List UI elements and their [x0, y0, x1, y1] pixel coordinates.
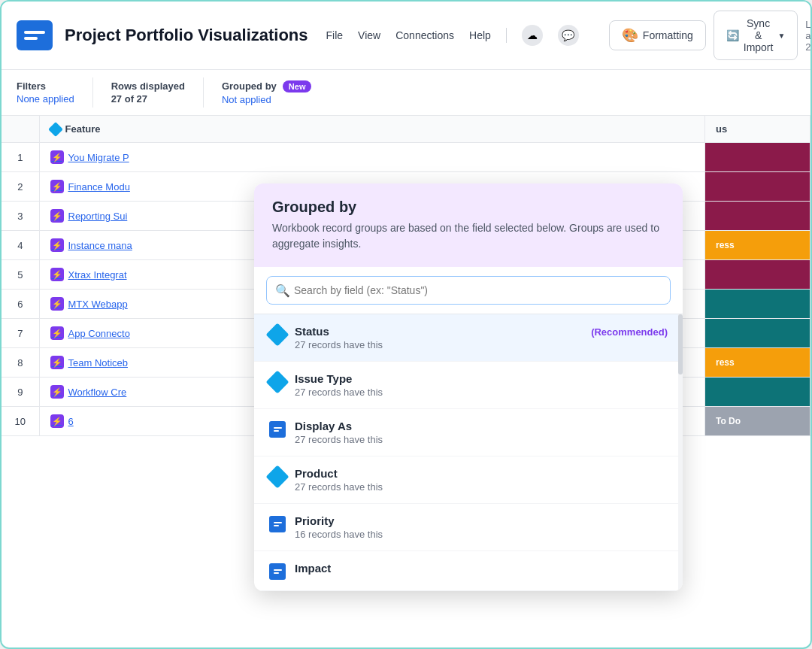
col-header-status: us [705, 116, 810, 143]
nav-connections[interactable]: Connections [395, 29, 454, 41]
scrollbar-thumb[interactable] [678, 314, 683, 375]
row-num-4: 4 [2, 231, 39, 260]
row-status-2 [705, 172, 810, 202]
feature-icon-4: ⚡ [50, 238, 64, 252]
row-num-9: 9 [2, 378, 39, 407]
dropdown-title: Grouped by [272, 199, 665, 216]
row-num-2: 2 [2, 172, 39, 202]
status-field-count: 27 records have this [295, 339, 582, 350]
display-as-field-icon [269, 421, 286, 438]
priority-field-text: Priority 16 records have this [295, 514, 668, 540]
cloud-icon[interactable]: ☁ [522, 25, 543, 46]
issue-type-field-text: Issue Type 27 records have this [295, 372, 668, 398]
formatting-button[interactable]: 🎨 Formatting [609, 20, 706, 50]
row-status-9 [705, 378, 810, 407]
logo-line-long [24, 31, 45, 34]
nav-help[interactable]: Help [469, 29, 491, 41]
row-status-10: To Do [705, 407, 810, 436]
col-header-num [2, 116, 39, 143]
chat-icon[interactable]: 💬 [558, 25, 579, 46]
grouped-label: Grouped by [222, 80, 277, 92]
row-num-6: 6 [2, 290, 39, 319]
row-feature-1: ⚡ You Migrate P [39, 143, 705, 172]
row-status-4: ress [705, 231, 810, 260]
toolbar: Filters None applied Rows displayed 27 o… [2, 70, 810, 116]
row-num-5: 5 [2, 260, 39, 290]
rows-label: Rows displayed [111, 80, 185, 92]
row-status-6 [705, 290, 810, 319]
col-feature-label: Feature [65, 123, 101, 135]
dropdown-item-display-as[interactable]: Display As 27 records have this [254, 409, 683, 456]
table-container: Feature us 1 ⚡ You Migrate P [2, 116, 810, 647]
feature-header-icon [48, 122, 63, 137]
sync-import-button[interactable]: 🔄 Sync & Import ▼ [714, 11, 798, 60]
impact-field-icon [269, 563, 286, 580]
row-num-8: 8 [2, 348, 39, 378]
issue-type-field-count: 27 records have this [295, 387, 668, 398]
feature-icon-1: ⚡ [50, 150, 64, 164]
dropdown-field-list: Status 27 records have this (Recommended… [254, 314, 683, 591]
scrollbar-track [678, 314, 683, 591]
dropdown-item-issue-type[interactable]: Issue Type 27 records have this [254, 362, 683, 409]
toolbar-divider-2 [203, 77, 204, 108]
feature-icon-2: ⚡ [50, 180, 64, 193]
display-as-field-name: Display As [295, 420, 668, 432]
app-title: Project Portfolio Visualizations [65, 26, 308, 45]
nav-view[interactable]: View [358, 29, 380, 41]
dropdown-item-priority[interactable]: Priority 16 records have this [254, 504, 683, 551]
search-input-wrap: 🔍 [266, 276, 671, 305]
row-status-3 [705, 202, 810, 231]
table-row: 1 ⚡ You Migrate P [2, 143, 810, 172]
feature-link-1[interactable]: ⚡ You Migrate P [50, 150, 695, 164]
dropdown-item-impact[interactable]: Impact [254, 551, 683, 591]
logo-line-short [24, 37, 38, 40]
sync-icon: 🔄 [726, 29, 739, 41]
sync-label: Sync & Import [744, 17, 774, 53]
row-num-10: 10 [2, 407, 39, 436]
filters-section: Filters None applied [17, 80, 92, 105]
status-recommended-label: (Recommended) [591, 326, 668, 338]
formatting-icon: 🎨 [622, 27, 638, 44]
issue-type-field-name: Issue Type [295, 372, 668, 385]
impact-field-text: Impact [295, 562, 668, 576]
dropdown-item-product[interactable]: Product 27 records have this [254, 456, 683, 504]
feature-icon-3: ⚡ [50, 209, 64, 223]
priority-field-name: Priority [295, 514, 668, 527]
last-activity: Last activity: 23 [805, 19, 812, 53]
nav-file[interactable]: File [326, 29, 344, 41]
grouped-section: Grouped by New Not applied [222, 80, 312, 105]
feature-icon-5: ⚡ [50, 268, 64, 281]
toolbar-divider-1 [92, 77, 93, 108]
feature-icon-8: ⚡ [50, 356, 64, 369]
priority-field-icon [269, 516, 286, 532]
search-icon: 🔍 [275, 284, 290, 298]
filters-label: Filters [17, 80, 74, 92]
feature-icon-6: ⚡ [50, 297, 64, 311]
product-field-name: Product [295, 467, 668, 480]
new-badge: New [283, 80, 312, 92]
impact-field-name: Impact [295, 562, 668, 575]
status-field-name: Status [295, 325, 582, 338]
status-field-text: Status 27 records have this [295, 325, 582, 350]
grouped-value[interactable]: Not applied [222, 94, 312, 105]
row-num-3: 3 [2, 202, 39, 231]
row-status-5 [705, 260, 810, 290]
sync-chevron-icon: ▼ [777, 32, 785, 40]
app-logo [17, 20, 53, 50]
dropdown-search-area: 🔍 [254, 267, 683, 314]
grouped-header: Grouped by New [222, 80, 312, 92]
field-search-input[interactable] [266, 276, 671, 305]
formatting-label: Formatting [643, 29, 693, 41]
feature-icon-10: ⚡ [50, 414, 64, 428]
header-actions: 🎨 Formatting 🔄 Sync & Import ▼ Last acti… [609, 11, 812, 60]
row-status-1 [705, 143, 810, 172]
filters-value[interactable]: None applied [17, 93, 74, 105]
header: Project Portfolio Visualizations File Vi… [2, 2, 810, 70]
dropdown-item-status[interactable]: Status 27 records have this (Recommended… [254, 314, 683, 362]
feature-icon-9: ⚡ [50, 385, 64, 399]
product-field-count: 27 records have this [295, 481, 668, 493]
logo-icon [24, 31, 45, 40]
display-as-field-text: Display As 27 records have this [295, 420, 668, 445]
grouped-by-dropdown: Grouped by Workbook record groups are ba… [254, 183, 683, 591]
display-as-field-count: 27 records have this [295, 434, 668, 445]
